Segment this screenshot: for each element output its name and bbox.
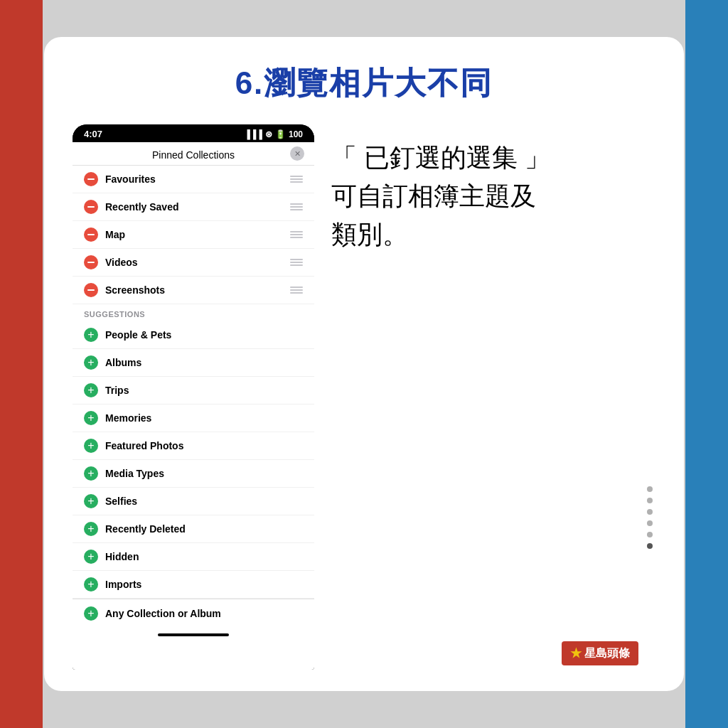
content-row: 4:07 ▐▐▐ ⊛ 🔋 100 Pinned Collections ✕ bbox=[73, 124, 655, 670]
plus-icon[interactable] bbox=[84, 494, 98, 508]
list-item: Favourites bbox=[73, 166, 314, 193]
plus-icon[interactable] bbox=[84, 606, 98, 621]
drag-handle bbox=[290, 287, 303, 294]
battery-icon: 🔋 bbox=[275, 129, 286, 139]
plus-icon[interactable] bbox=[84, 355, 98, 370]
list-item: Selfies bbox=[73, 488, 314, 515]
item-label: Memories bbox=[105, 412, 303, 424]
item-label: Trips bbox=[105, 385, 303, 396]
logo: ★ 星島頭條 bbox=[562, 641, 638, 665]
plus-icon[interactable] bbox=[84, 550, 98, 564]
text-block: 「 已釘選的選集 」 可自訂相簿主題及 類別。 bbox=[331, 124, 655, 670]
status-right: ▐▐▐ ⊛ 🔋 100 bbox=[244, 129, 303, 139]
background-right bbox=[685, 0, 728, 728]
phone-body: Pinned Collections ✕ Favourites Recently… bbox=[73, 142, 314, 670]
minus-icon[interactable] bbox=[84, 255, 98, 269]
list-item: Media Types bbox=[73, 460, 314, 488]
plus-icon[interactable] bbox=[84, 577, 98, 592]
item-label: Imports bbox=[105, 579, 303, 590]
close-button[interactable]: ✕ bbox=[290, 146, 304, 161]
list-item: Albums bbox=[73, 349, 314, 377]
drag-handle bbox=[290, 231, 303, 238]
item-label: Favourites bbox=[105, 173, 283, 185]
dot-2 bbox=[647, 498, 653, 503]
page-title: 6.瀏覽相片大不同 bbox=[235, 63, 493, 105]
signal-icon: ▐▐▐ bbox=[244, 129, 262, 139]
item-label: Selfies bbox=[105, 496, 303, 507]
dot-6-active bbox=[647, 543, 653, 549]
home-indicator bbox=[158, 633, 229, 636]
dot-3 bbox=[647, 509, 653, 515]
pagination-dots bbox=[647, 486, 653, 549]
logo-star: ★ bbox=[570, 646, 582, 661]
item-label: Media Types bbox=[105, 468, 303, 479]
item-label: Screenshots bbox=[105, 284, 283, 296]
plus-icon[interactable] bbox=[84, 466, 98, 481]
item-label: Videos bbox=[105, 257, 283, 268]
text-line-2: 可自訂相簿主題及 bbox=[331, 177, 655, 215]
dot-5 bbox=[647, 532, 653, 537]
text-line-3: 類別。 bbox=[331, 215, 655, 254]
any-collection-label: Any Collection or Album bbox=[105, 608, 221, 619]
plus-icon[interactable] bbox=[84, 411, 98, 425]
drag-handle bbox=[290, 203, 303, 210]
pinned-list: Favourites Recently Saved Map bbox=[73, 166, 314, 304]
plus-icon[interactable] bbox=[84, 522, 98, 536]
item-label: Recently Saved bbox=[105, 201, 283, 213]
plus-icon[interactable] bbox=[84, 439, 98, 453]
item-label: Featured Photos bbox=[105, 440, 303, 451]
list-item: Screenshots bbox=[73, 277, 314, 304]
list-item: Map bbox=[73, 221, 314, 249]
minus-icon[interactable] bbox=[84, 200, 98, 214]
wifi-icon: ⊛ bbox=[265, 129, 272, 139]
list-item: Recently Deleted bbox=[73, 515, 314, 543]
minus-icon[interactable] bbox=[84, 172, 98, 186]
dot-1 bbox=[647, 486, 653, 492]
main-card: 6.瀏覽相片大不同 4:07 ▐▐▐ ⊛ 🔋 100 Pinned Collec… bbox=[44, 37, 684, 691]
list-item: Videos bbox=[73, 249, 314, 277]
item-label: Albums bbox=[105, 357, 303, 368]
item-label: Map bbox=[105, 229, 283, 240]
list-item: Hidden bbox=[73, 543, 314, 571]
status-time: 4:07 bbox=[84, 129, 102, 139]
minus-icon[interactable] bbox=[84, 283, 98, 297]
list-item: People & Pets bbox=[73, 321, 314, 349]
list-item: Featured Photos bbox=[73, 432, 314, 460]
suggestions-list: People & Pets Albums Trips Memories bbox=[73, 321, 314, 599]
item-label: Hidden bbox=[105, 551, 303, 562]
pinned-title: Pinned Collections bbox=[152, 149, 235, 161]
bottom-bar bbox=[73, 628, 314, 641]
plus-icon[interactable] bbox=[84, 383, 98, 397]
background-left bbox=[0, 0, 43, 728]
any-collection-item: Any Collection or Album bbox=[73, 599, 314, 628]
pinned-header: Pinned Collections ✕ bbox=[73, 142, 314, 166]
logo-text: 星島頭條 bbox=[584, 646, 630, 661]
suggestions-label: SUGGESTIONS bbox=[73, 304, 314, 321]
list-item: Trips bbox=[73, 377, 314, 405]
battery-level: 100 bbox=[289, 129, 303, 139]
dot-4 bbox=[647, 520, 653, 526]
plus-icon[interactable] bbox=[84, 328, 98, 342]
list-item: Recently Saved bbox=[73, 193, 314, 221]
minus-icon[interactable] bbox=[84, 228, 98, 242]
drag-handle bbox=[290, 259, 303, 266]
item-label: Recently Deleted bbox=[105, 523, 303, 535]
list-item: Memories bbox=[73, 405, 314, 432]
text-line-1: 「 已釘選的選集 」 bbox=[331, 139, 655, 177]
item-label: People & Pets bbox=[105, 329, 303, 341]
phone-mockup: 4:07 ▐▐▐ ⊛ 🔋 100 Pinned Collections ✕ bbox=[73, 124, 314, 670]
drag-handle bbox=[290, 176, 303, 183]
list-item: Imports bbox=[73, 571, 314, 599]
status-bar: 4:07 ▐▐▐ ⊛ 🔋 100 bbox=[73, 124, 314, 142]
